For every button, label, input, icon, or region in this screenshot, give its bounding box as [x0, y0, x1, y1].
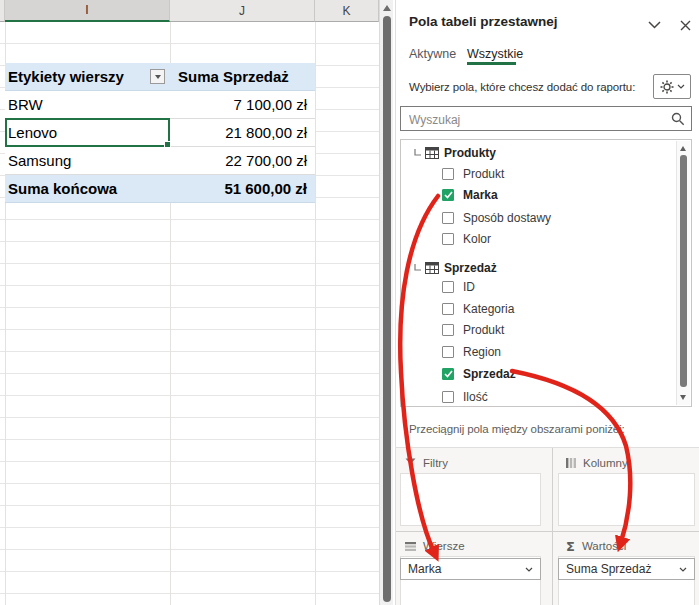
gear-icon — [660, 80, 674, 94]
collapse-corner-icon — [414, 149, 421, 156]
values-field-suma-sprzedaz[interactable]: Suma Sprzedaż — [558, 558, 695, 580]
rows-area-header: Wiersze — [405, 538, 465, 554]
areas-horizontal-divider — [396, 531, 699, 532]
funnel-icon — [405, 458, 416, 468]
pivot-header-row: Etykiety wierszy Suma Sprzedaż — [5, 63, 315, 91]
total-value-cell[interactable]: 51 600,00 zł — [170, 180, 315, 197]
pivot-row-labels-header[interactable]: Etykiety wierszy — [5, 63, 170, 90]
scrollbar-thumb[interactable] — [383, 16, 391, 602]
column-header-I[interactable]: I — [5, 0, 170, 22]
row-value-cell[interactable]: 7 100,00 zł — [170, 96, 315, 113]
field-kolor[interactable]: Kolor — [401, 228, 491, 249]
selected-cell-outline — [5, 118, 170, 147]
checkmark-icon — [444, 370, 453, 378]
row-value-cell[interactable]: 21 800,00 zł — [170, 124, 315, 141]
tab-aktywne[interactable]: Aktywne — [409, 47, 456, 61]
excel-window: I J K Etykiety wierszy Suma Sprzedaż BRW… — [0, 0, 699, 605]
sheet-vertical-scrollbar[interactable] — [379, 0, 393, 605]
scroll-up-arrow-icon[interactable] — [680, 146, 686, 151]
field-kategoria[interactable]: Kategoria — [401, 298, 514, 319]
gridline-vertical — [315, 22, 316, 605]
field-produkt[interactable]: Produkt — [401, 163, 504, 184]
checkbox-checked[interactable] — [442, 189, 454, 201]
pivot-grand-total-row[interactable]: Suma końcowa 51 600,00 zł — [5, 175, 315, 203]
areas-vertical-divider — [552, 448, 553, 605]
search-input[interactable] — [407, 109, 661, 130]
rows-bars-icon — [405, 542, 416, 551]
fill-handle[interactable] — [164, 141, 171, 148]
columns-bars-icon — [566, 458, 576, 468]
scroll-down-arrow-icon[interactable] — [680, 395, 686, 400]
tools-button[interactable] — [653, 74, 691, 99]
checkbox-checked[interactable] — [442, 368, 454, 380]
row-labels-filter-button[interactable] — [150, 69, 165, 84]
chevron-down-icon — [648, 21, 661, 29]
pivot-values-header[interactable]: Suma Sprzedaż — [170, 68, 315, 85]
checkbox-unchecked[interactable] — [442, 168, 454, 180]
chevron-down-icon — [677, 84, 685, 89]
field-group-sprzedaz[interactable]: Sprzedaż — [401, 257, 497, 278]
checkbox-unchecked[interactable] — [442, 391, 454, 403]
triangle-down-icon — [155, 75, 161, 79]
close-icon — [680, 20, 691, 31]
checkbox-unchecked[interactable] — [442, 212, 454, 224]
column-header-J[interactable]: J — [170, 0, 315, 22]
field-sprzedaz[interactable]: Sprzedaż — [401, 363, 516, 384]
choose-fields-label: Wybierz pola, które chcesz dodać do rapo… — [409, 81, 647, 93]
checkbox-unchecked[interactable] — [442, 233, 454, 245]
table-icon — [425, 262, 439, 274]
field-group-produkty[interactable]: Produkty — [401, 142, 496, 163]
values-area-header: Σ Wartości — [566, 538, 626, 554]
drag-areas-label: Przeciągnij pola między obszarami poniże… — [409, 423, 625, 435]
row-label-cell[interactable]: BRW — [5, 91, 170, 118]
total-label-cell[interactable]: Suma końcowa — [5, 175, 170, 202]
field-list-scrollbar[interactable] — [676, 141, 690, 405]
search-box — [400, 106, 692, 131]
collapse-corner-icon — [414, 264, 421, 271]
pane-title: Pola tabeli przestawnej — [409, 14, 558, 29]
field-ilosc[interactable]: Ilość — [401, 386, 488, 407]
table-icon — [425, 147, 439, 159]
checkmark-icon — [444, 191, 453, 199]
filters-area-well[interactable] — [400, 473, 541, 526]
sigma-icon: Σ — [566, 539, 575, 554]
field-produkt-2[interactable]: Produkt — [401, 319, 504, 340]
field-list: Produkty Produkt Marka Sposób dostawy Ko… — [400, 139, 692, 407]
field-id[interactable]: ID — [401, 276, 475, 297]
checkbox-unchecked[interactable] — [442, 346, 454, 358]
field-region[interactable]: Region — [401, 341, 501, 362]
pane-collapse-button[interactable] — [646, 18, 662, 32]
spreadsheet-grid: I J K Etykiety wierszy Suma Sprzedaż BRW… — [0, 0, 379, 605]
areas-section: Filtry Kolumny Wiersze Marka — [396, 447, 699, 605]
pivot-table: Etykiety wierszy Suma Sprzedaż BRW 7 100… — [5, 63, 315, 203]
chevron-down-icon — [525, 567, 533, 572]
pivot-row-brw[interactable]: BRW 7 100,00 zł — [5, 91, 315, 119]
rows-field-marka[interactable]: Marka — [400, 558, 541, 580]
field-sposob-dostawy[interactable]: Sposób dostawy — [401, 207, 551, 228]
field-marka[interactable]: Marka — [401, 184, 498, 205]
pane-close-button[interactable] — [677, 18, 693, 32]
scrollbar-thumb[interactable] — [680, 155, 687, 387]
columns-area-header: Kolumny — [566, 455, 628, 471]
columns-area-well[interactable] — [558, 473, 695, 526]
chevron-down-icon — [679, 567, 687, 572]
checkbox-unchecked[interactable] — [442, 324, 454, 336]
column-headers: I J K — [0, 0, 379, 22]
filters-area-header: Filtry — [405, 455, 448, 471]
row-label-cell[interactable]: Samsung — [5, 147, 170, 174]
checkbox-unchecked[interactable] — [442, 303, 454, 315]
scroll-up-arrow-icon[interactable] — [383, 5, 391, 11]
search-icon[interactable] — [671, 112, 685, 126]
column-header-K[interactable]: K — [315, 0, 379, 22]
pivot-fields-pane: Pola tabeli przestawnej Aktywne Wszystki… — [395, 0, 699, 605]
pivot-row-samsung[interactable]: Samsung 22 700,00 zł — [5, 147, 315, 175]
active-tab-underline — [467, 62, 516, 65]
row-value-cell[interactable]: 22 700,00 zł — [170, 152, 315, 169]
checkbox-unchecked[interactable] — [442, 281, 454, 293]
tab-wszystkie[interactable]: Wszystkie — [467, 47, 523, 61]
